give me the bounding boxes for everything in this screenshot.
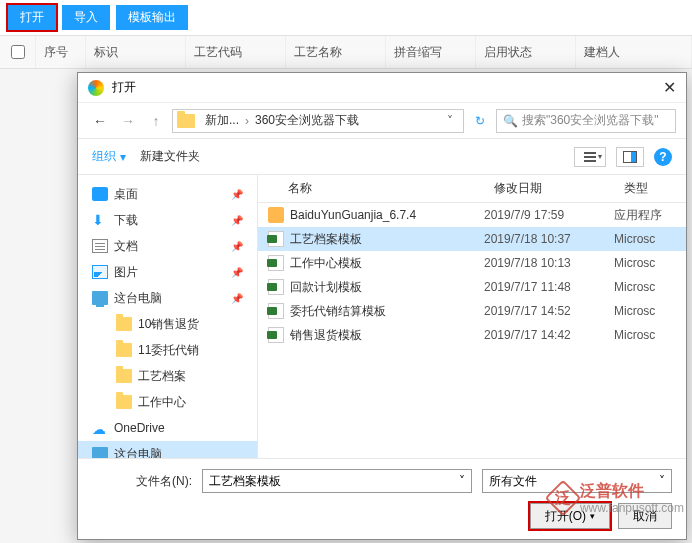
folder-icon: [177, 114, 195, 128]
chevron-down-icon[interactable]: ˅: [459, 474, 465, 488]
file-type: Microsc: [614, 256, 686, 270]
nav-up-icon[interactable]: ↑: [144, 109, 168, 133]
help-icon[interactable]: ?: [654, 148, 672, 166]
tree-item-label: 这台电脑: [114, 446, 162, 459]
tree-item[interactable]: ⬇下载📌: [78, 207, 257, 233]
tree-item-label: OneDrive: [114, 421, 165, 435]
file-date: 2019/7/9 17:59: [484, 208, 614, 222]
folder-icon: [116, 395, 132, 409]
dialog-bottom: 文件名(N): ˅ 所有文件 ˅ 打开(O)▾ 取消: [78, 458, 686, 539]
open-file-button[interactable]: 打开(O)▾: [530, 503, 610, 529]
chevron-down-icon[interactable]: ˅: [441, 114, 459, 128]
pc-icon: [92, 447, 108, 458]
preview-pane-button[interactable]: [616, 147, 644, 167]
file-date: 2019/7/18 10:37: [484, 232, 614, 246]
tree-item[interactable]: 10销售退货: [78, 311, 257, 337]
tree-item-label: 工艺档案: [138, 368, 186, 385]
tree-item[interactable]: 图片📌: [78, 259, 257, 285]
file-type: Microsc: [614, 232, 686, 246]
app-logo-icon: [88, 80, 104, 96]
chevron-down-icon: ˅: [659, 474, 665, 488]
chevron-down-icon: ▾: [590, 511, 595, 521]
file-name: 委托代销结算模板: [290, 303, 484, 320]
file-name: 工作中心模板: [290, 255, 484, 272]
file-list-header: 名称 修改日期 类型: [258, 175, 686, 203]
tree-item[interactable]: 这台电脑: [78, 441, 257, 458]
select-all-checkbox[interactable]: [11, 45, 25, 59]
chevron-down-icon: ▾: [598, 152, 602, 161]
nav-forward-icon[interactable]: →: [116, 109, 140, 133]
close-icon[interactable]: ✕: [663, 78, 676, 97]
tree-item-label: 10销售退货: [138, 316, 199, 333]
file-name: 工艺档案模板: [290, 231, 484, 248]
file-type: 应用程序: [614, 207, 686, 224]
file-row[interactable]: 工艺档案模板2019/7/18 10:37Microsc: [258, 227, 686, 251]
breadcrumb[interactable]: 新加... › 360安全浏览器下载 ˅: [172, 109, 464, 133]
file-list: BaiduYunGuanjia_6.7.42019/7/9 17:59应用程序工…: [258, 203, 686, 458]
tree-item[interactable]: 这台电脑📌: [78, 285, 257, 311]
file-type: Microsc: [614, 328, 686, 342]
pin-icon: 📌: [231, 215, 243, 226]
file-filter-select[interactable]: 所有文件 ˅: [482, 469, 672, 493]
pin-icon: 📌: [231, 267, 243, 278]
folder-icon: [116, 317, 132, 331]
tree-item-label: 图片: [114, 264, 138, 281]
file-date: 2019/7/17 14:42: [484, 328, 614, 342]
file-type: Microsc: [614, 304, 686, 318]
cancel-button[interactable]: 取消: [618, 503, 672, 529]
file-name: 回款计划模板: [290, 279, 484, 296]
col-file-date[interactable]: 修改日期: [484, 180, 614, 197]
col-pinyin: 拼音缩写: [386, 36, 476, 68]
import-button[interactable]: 导入: [62, 5, 110, 30]
tree-item[interactable]: 桌面📌: [78, 181, 257, 207]
main-toolbar: 打开 导入 模板输出: [0, 0, 692, 35]
tree-item[interactable]: 工作中心: [78, 389, 257, 415]
filename-input[interactable]: ˅: [202, 469, 472, 493]
tree-item-label: 文档: [114, 238, 138, 255]
search-input[interactable]: 🔍 搜索"360安全浏览器下载": [496, 109, 676, 133]
file-date: 2019/7/17 11:48: [484, 280, 614, 294]
excel-icon: [268, 231, 284, 247]
installer-icon: [268, 207, 284, 223]
file-row[interactable]: 销售退货模板2019/7/17 14:42Microsc: [258, 323, 686, 347]
folder-icon: [116, 343, 132, 357]
tree-item[interactable]: ☁OneDrive: [78, 415, 257, 441]
crumb-seg[interactable]: 360安全浏览器下载: [251, 112, 363, 129]
desktop-icon: [92, 187, 108, 201]
open-button[interactable]: 打开: [8, 5, 56, 30]
folder-tree: 桌面📌⬇下载📌文档📌图片📌这台电脑📌10销售退货11委托代销工艺档案工作中心☁O…: [78, 175, 258, 458]
col-file-type[interactable]: 类型: [614, 180, 686, 197]
download-icon: ⬇: [92, 213, 108, 227]
pc-icon: [92, 291, 108, 305]
excel-icon: [268, 279, 284, 295]
file-row[interactable]: BaiduYunGuanjia_6.7.42019/7/9 17:59应用程序: [258, 203, 686, 227]
col-file-name[interactable]: 名称: [258, 180, 484, 197]
file-row[interactable]: 委托代销结算模板2019/7/17 14:52Microsc: [258, 299, 686, 323]
tree-item[interactable]: 文档📌: [78, 233, 257, 259]
refresh-icon[interactable]: ↻: [468, 109, 492, 133]
tree-item[interactable]: 工艺档案: [78, 363, 257, 389]
excel-icon: [268, 327, 284, 343]
doc-icon: [92, 239, 108, 253]
search-icon: 🔍: [503, 114, 518, 128]
col-creator: 建档人: [576, 36, 692, 68]
organize-button[interactable]: 组织▾: [92, 148, 126, 165]
new-folder-button[interactable]: 新建文件夹: [140, 148, 200, 165]
file-row[interactable]: 工作中心模板2019/7/18 10:13Microsc: [258, 251, 686, 275]
tree-item-label: 下载: [114, 212, 138, 229]
pin-icon: 📌: [231, 293, 243, 304]
excel-icon: [268, 303, 284, 319]
dialog-toolbar: 组织▾ 新建文件夹 ▾ ?: [78, 139, 686, 175]
file-type: Microsc: [614, 280, 686, 294]
tree-item[interactable]: 11委托代销: [78, 337, 257, 363]
file-row[interactable]: 回款计划模板2019/7/17 11:48Microsc: [258, 275, 686, 299]
tree-item-label: 桌面: [114, 186, 138, 203]
chevron-down-icon: ▾: [120, 150, 126, 164]
col-name: 工艺名称: [286, 36, 386, 68]
view-mode-button[interactable]: ▾: [574, 147, 606, 167]
col-code: 工艺代码: [186, 36, 286, 68]
template-export-button[interactable]: 模板输出: [116, 5, 188, 30]
nav-back-icon[interactable]: ←: [88, 109, 112, 133]
crumb-seg[interactable]: 新加...: [201, 112, 243, 129]
pic-icon: [92, 265, 108, 279]
